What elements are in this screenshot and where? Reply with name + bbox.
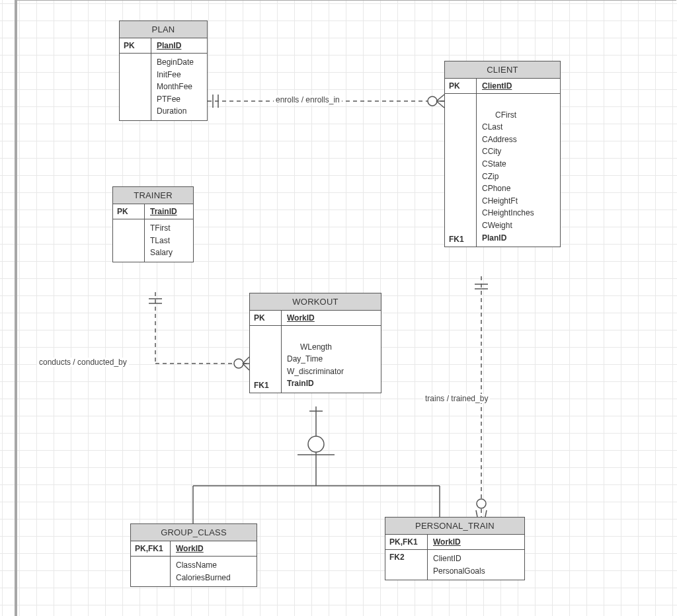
attr-list: WLength Day_Time W_discriminator: [287, 342, 344, 376]
fk-label: FK2: [385, 550, 428, 580]
entity-title: CLIENT: [445, 61, 560, 79]
svg-line-6: [436, 101, 444, 108]
key-label: PK: [445, 79, 477, 93]
pk-attr: WorkID: [176, 544, 204, 553]
entity-group-class[interactable]: GROUP_CLASS PK,FK1 WorkID ClassName Calo…: [130, 523, 257, 587]
key-label: PK,FK1: [385, 535, 428, 549]
pk-attr: TrainID: [150, 207, 177, 216]
fk-label: FK1: [449, 235, 464, 244]
rel-label-trains: trains / trained_by: [423, 394, 490, 403]
fk-label: FK1: [254, 381, 269, 390]
svg-line-12: [243, 357, 249, 364]
pk-attr: PlanID: [157, 41, 181, 50]
key-label: PK: [250, 311, 282, 325]
key-label: PK: [120, 38, 151, 53]
fk-attr: TrainID: [287, 379, 314, 388]
svg-point-3: [428, 96, 437, 106]
svg-line-4: [436, 95, 444, 101]
svg-line-20: [485, 510, 487, 517]
entity-plan[interactable]: PLAN PK PlanID BeginDate InitFee MonthFe…: [119, 20, 208, 121]
svg-point-11: [234, 359, 243, 368]
attr-list: TFirst TLast Salary: [145, 219, 193, 262]
entity-title: PLAN: [120, 21, 207, 38]
entity-title: TRAINER: [113, 187, 193, 204]
rel-label-conducts: conducts / conducted_by: [37, 358, 129, 367]
svg-line-19: [476, 510, 477, 517]
attr-list: ClassName CaloriesBurned: [171, 557, 257, 586]
svg-point-22: [308, 436, 324, 452]
pk-attr: WorkID: [287, 313, 315, 323]
entity-title: PERSONAL_TRAIN: [385, 518, 524, 535]
rel-conducts-line: [149, 292, 249, 370]
svg-line-14: [243, 364, 249, 370]
fk-attr: PlanID: [482, 233, 506, 243]
attr-list: CFirst CLast CAddress CCity CState CZip …: [482, 110, 534, 230]
entity-client[interactable]: CLIENT PK ClientID FK1 CFirst CLast CAdd…: [444, 61, 561, 247]
fk-attrs: ClientID PersonalGoals: [428, 550, 524, 580]
pk-attr: WorkID: [433, 537, 461, 547]
subtype-connector: [193, 406, 440, 523]
rel-label-enrolls: enrolls / enrolls_in: [274, 95, 342, 104]
attr-list: BeginDate InitFee MonthFee PTFee Duratio…: [151, 54, 207, 120]
key-label: PK,FK1: [131, 541, 171, 556]
entity-title: WORKOUT: [250, 293, 381, 311]
entity-personal-train[interactable]: PERSONAL_TRAIN PK,FK1 WorkID FK2 ClientI…: [385, 517, 525, 580]
entity-title: GROUP_CLASS: [131, 524, 257, 541]
entity-workout[interactable]: WORKOUT PK WorkID FK1 WLength Day_Time W…: [249, 293, 381, 393]
svg-point-18: [477, 499, 486, 508]
key-label: PK: [113, 204, 145, 219]
pk-attr: ClientID: [482, 81, 512, 91]
entity-trainer[interactable]: TRAINER PK TrainID TFirst TLast Salary: [112, 186, 194, 262]
